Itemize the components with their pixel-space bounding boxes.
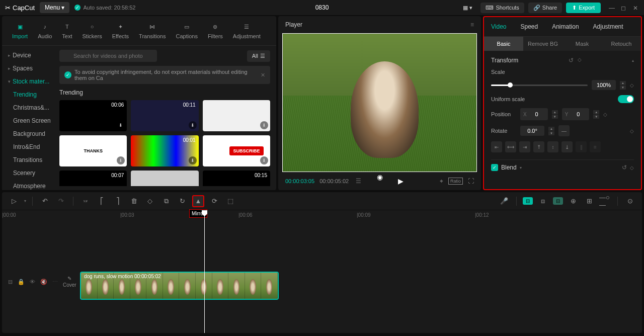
tool-tab-text[interactable]: TText: [57, 20, 77, 41]
tool-tab-effects[interactable]: ✦Effects: [107, 20, 134, 41]
undo-button[interactable]: ↶: [39, 195, 51, 207]
tool-tab-captions[interactable]: ▭Captions: [171, 20, 202, 41]
mark-button[interactable]: ◇: [144, 195, 156, 207]
sub-tab-remove-bg[interactable]: Remove BG: [523, 37, 562, 51]
rotate-keyframe-icon[interactable]: ◇: [630, 128, 634, 134]
download-icon[interactable]: ⬇: [117, 121, 125, 129]
track-visible-icon[interactable]: 👁: [30, 279, 35, 285]
select-tool[interactable]: ▷: [8, 195, 20, 207]
position-x-input[interactable]: [529, 109, 545, 119]
download-icon[interactable]: ⬇: [189, 121, 197, 129]
quality-icon[interactable]: ☰: [356, 178, 361, 185]
sidebar-item-spaces[interactable]: Spaces: [2, 62, 53, 75]
download-icon[interactable]: ⬇: [260, 156, 268, 164]
sidebar-item-device[interactable]: Device: [2, 49, 53, 62]
split-left[interactable]: ⎡: [96, 195, 108, 207]
search-input[interactable]: [59, 50, 157, 62]
copy-button[interactable]: ⧉: [160, 195, 172, 207]
sidebar-item-trending[interactable]: Trending: [2, 88, 53, 101]
sub-tab-basic[interactable]: Basic: [484, 37, 523, 51]
scale-input[interactable]: [592, 80, 616, 90]
scale-up[interactable]: ▲: [620, 81, 626, 85]
track-options[interactable]: ⊞: [583, 195, 595, 207]
layout-button[interactable]: ▦ ▾: [459, 3, 476, 13]
mirror-button[interactable]: ▲: [192, 195, 204, 207]
playhead-handle-icon[interactable]: ◉: [377, 173, 383, 181]
tool-tab-audio[interactable]: ♪Audio: [33, 20, 57, 41]
crop-button[interactable]: ⬚: [224, 195, 236, 207]
track-align[interactable]: ⊕: [567, 195, 579, 207]
shortcuts-button[interactable]: ⌨ Shortcuts: [480, 3, 524, 13]
tool-tab-adjustment[interactable]: ☰Adjustment: [228, 20, 266, 41]
rotate-flip-icon[interactable]: —: [558, 125, 570, 136]
fullscreen-icon[interactable]: ⛶: [468, 178, 474, 185]
playhead[interactable]: [204, 210, 205, 333]
mic-button[interactable]: 🎤: [498, 195, 510, 207]
media-item[interactable]: ⬇: [203, 100, 270, 131]
sub-tab-retouch[interactable]: Retouch: [602, 37, 641, 51]
rotate-button[interactable]: ⟳: [208, 195, 220, 207]
play-button[interactable]: ▶: [398, 177, 404, 185]
align-top[interactable]: ⤒: [533, 141, 544, 152]
media-item[interactable]: 00:11⬇: [131, 100, 198, 131]
split-right[interactable]: ⎤: [112, 195, 124, 207]
prop-tab-speed[interactable]: Speed: [513, 17, 545, 36]
blend-toggle[interactable]: ✓: [491, 164, 498, 171]
sidebar-item-scenery[interactable]: Scenery: [2, 166, 53, 180]
reverse-button[interactable]: ↻: [176, 195, 188, 207]
player-menu-icon[interactable]: ≡: [470, 21, 474, 28]
track-collapse-icon[interactable]: ⊟: [8, 279, 13, 285]
align-vcenter[interactable]: ↕: [547, 141, 558, 152]
position-keyframe-icon[interactable]: ◇: [603, 112, 607, 117]
fit-button[interactable]: ⊙: [624, 195, 636, 207]
share-button[interactable]: 🔗 Share: [528, 3, 562, 13]
scale-down[interactable]: ▼: [620, 86, 626, 90]
link-button[interactable]: ⧈: [537, 195, 549, 207]
prop-tab-video[interactable]: Video: [484, 17, 513, 36]
download-icon[interactable]: ⬇: [189, 156, 197, 164]
sidebar-item-stock-mater-[interactable]: Stock mater...: [2, 75, 53, 88]
media-item[interactable]: THANKS⬇: [59, 135, 127, 166]
media-item[interactable]: 00:01⬇: [131, 135, 198, 166]
tool-tab-stickers[interactable]: ○Stickers: [77, 20, 107, 41]
filter-button[interactable]: All ☰: [247, 50, 270, 62]
video-clip[interactable]: dog runs, slow motion 00:00:05:02: [80, 272, 279, 300]
align-bottom[interactable]: ⤓: [561, 141, 573, 152]
download-icon[interactable]: ⬇: [260, 121, 268, 129]
media-item[interactable]: ⬇: [131, 171, 198, 186]
scale-keyframe-icon[interactable]: ◇: [630, 82, 634, 88]
scale-slider[interactable]: [491, 85, 588, 86]
cover-button[interactable]: ✎Cover: [63, 276, 76, 288]
zoom-slider-icon[interactable]: —○—: [599, 195, 611, 207]
align-left[interactable]: ⇤: [491, 141, 502, 152]
tool-tab-transitions[interactable]: ⋈Transitions: [134, 20, 171, 41]
prop-tab-animation[interactable]: Animation: [545, 17, 586, 36]
minimize-button[interactable]: —: [609, 5, 615, 11]
tool-tab-import[interactable]: ▣Import: [7, 20, 33, 41]
reset-blend-icon[interactable]: ↺: [622, 164, 627, 171]
position-y-input[interactable]: [570, 109, 586, 119]
sidebar-item-background[interactable]: Background: [2, 127, 53, 140]
tool-tab-filters[interactable]: ⊚Filters: [203, 20, 228, 41]
timeline-ruler[interactable]: |00:00|00:03|00:06|00:09|00:12: [2, 210, 642, 221]
media-item[interactable]: 00:15⬇: [203, 171, 270, 186]
sidebar-item-green-screen[interactable]: Green Screen: [2, 114, 53, 127]
delete-button[interactable]: 🗑: [128, 195, 140, 207]
timeline-tracks[interactable]: dog runs, slow motion 00:00:05:02: [77, 221, 642, 333]
close-button[interactable]: ✕: [633, 5, 639, 11]
maximize-button[interactable]: ◻: [621, 5, 627, 11]
snap-toggle[interactable]: ⊟: [523, 197, 533, 205]
align-right[interactable]: ⇥: [519, 141, 530, 152]
prop-tab-adjustment[interactable]: Adjustment: [586, 17, 630, 36]
track-mute-icon[interactable]: 🔇: [40, 279, 47, 285]
align-hcenter[interactable]: ⟷: [505, 141, 516, 152]
track-lock-icon[interactable]: 🔒: [18, 279, 25, 285]
reset-transform-icon[interactable]: ↺: [569, 57, 574, 64]
sidebar-item-transitions[interactable]: Transitions: [2, 153, 53, 166]
sidebar-item-christmas-[interactable]: Christmas&...: [2, 101, 53, 114]
sidebar-item-intro-end[interactable]: Intro&End: [2, 140, 53, 153]
sub-tab-mask[interactable]: Mask: [562, 37, 602, 51]
export-button[interactable]: ⬆ Export: [566, 3, 601, 13]
media-item[interactable]: SUBSCRIBE⬇: [203, 135, 270, 166]
focus-icon[interactable]: ⌖: [440, 178, 443, 185]
